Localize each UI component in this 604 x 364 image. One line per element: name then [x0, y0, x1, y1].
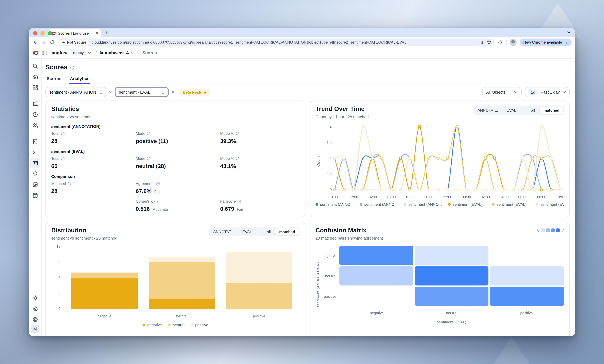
legend-item[interactable]: sentiment (ANNO... [404, 202, 442, 207]
langfuse-logo[interactable] [29, 50, 42, 56]
sidebar-item-evaluation[interactable] [30, 169, 40, 179]
help-icon[interactable] [236, 131, 239, 135]
legend-dot [404, 203, 407, 206]
toggle-eval[interactable]: EVAL · ... [239, 228, 262, 235]
score2-value: sentiment · EVAL [119, 90, 150, 94]
score2-select[interactable]: sentiment · EVAL [115, 87, 169, 97]
toggle-matched[interactable]: matched [276, 228, 299, 235]
confusion-cell[interactable] [415, 266, 489, 285]
legend-item[interactable]: sentiment (ANNO... [315, 202, 353, 207]
forward-icon[interactable] [41, 39, 46, 45]
confusion-cell[interactable] [490, 246, 564, 265]
sidebar-item-datasets[interactable] [30, 190, 40, 201]
help-icon[interactable] [154, 199, 158, 203]
sidebar-item-playground[interactable] [30, 147, 40, 157]
legend-item[interactable]: sentiment (ANNO... [360, 202, 398, 207]
remove-score1-button[interactable]: ✕ [106, 90, 115, 94]
confusion-panel: Confusion Matrix 28 matched pairs showin… [310, 222, 570, 336]
sidebar-item-settings[interactable] [30, 304, 40, 314]
tab-analytics[interactable]: Analytics [70, 75, 90, 84]
bookmark-star-icon[interactable] [487, 40, 492, 45]
browser-tabstrip: Scores | Langfuse ✕ + [29, 28, 575, 37]
new-tab-button[interactable]: + [105, 29, 108, 36]
sidebar-item-search[interactable] [30, 61, 40, 71]
legend-item[interactable]: sentiment (EVAL)... [492, 202, 530, 207]
svg-text:0: 0 [59, 307, 61, 311]
sidebar-item-upgrade[interactable] [30, 293, 40, 303]
browser-menu-icon[interactable]: ⋮ [564, 40, 568, 44]
help-icon[interactable] [147, 157, 151, 161]
address-bar[interactable]: Not Secure cloud.langfuse.com/project/cm… [58, 38, 495, 46]
info-icon[interactable] [70, 65, 75, 70]
sidebar-item-users[interactable] [30, 120, 40, 130]
sidebar-item-home[interactable] [30, 72, 40, 82]
help-icon[interactable] [156, 182, 160, 186]
project-name[interactable]: launchweek-4 [100, 50, 129, 55]
legend-dot [168, 324, 171, 326]
zoom-window-button[interactable] [48, 31, 52, 35]
confusion-cell[interactable] [490, 266, 564, 285]
toggle-all[interactable]: all [263, 228, 275, 235]
org-name[interactable]: langfuse [50, 50, 69, 55]
toggle-all[interactable]: all [527, 107, 539, 113]
minimize-window-button[interactable] [40, 31, 45, 35]
tab-overflow-chevron-icon[interactable] [566, 29, 572, 35]
help-icon[interactable] [237, 199, 241, 203]
date-range-select[interactable]: 1d Past 1 day [525, 87, 570, 97]
object-type-select[interactable]: All Objects [482, 87, 522, 97]
help-icon[interactable] [61, 157, 65, 161]
legend-item[interactable]: sentiment (EVAL)... [448, 202, 486, 207]
legend-item[interactable]: sentiment (EVAL)... [536, 202, 564, 207]
org-switcher-chevron-icon[interactable] [88, 51, 91, 55]
confusion-cell[interactable] [415, 287, 489, 306]
svg-text:10:00: 10:00 [556, 195, 563, 199]
sidebar-item-dashboards[interactable] [30, 82, 40, 92]
help-icon[interactable] [61, 131, 65, 135]
close-tab-icon[interactable]: ✕ [96, 31, 99, 35]
close-window-button[interactable] [33, 31, 38, 35]
sidebar-toggle-icon[interactable] [41, 50, 47, 56]
trend-title: Trend Over Time [315, 106, 369, 113]
back-icon[interactable] [32, 39, 38, 45]
sidebar-item-prompts[interactable] [30, 136, 40, 146]
account-avatar[interactable]: M [31, 325, 39, 333]
sidebar-item-scores[interactable] [30, 158, 40, 168]
zoom-page-icon[interactable] [479, 40, 484, 45]
legend-dot [191, 324, 193, 326]
reload-icon[interactable] [49, 39, 55, 45]
profile-avatar[interactable] [510, 39, 517, 46]
remove-score2-button[interactable]: ✕ [169, 90, 177, 94]
confusion-cell[interactable] [340, 266, 413, 285]
main-content: Scores Scores Analytics sentiment · ANNO… [41, 59, 575, 336]
score1-select[interactable]: sentiment · ANNOTATION [45, 87, 106, 97]
help-icon[interactable] [147, 131, 151, 135]
confusion-cell[interactable] [340, 287, 413, 306]
f1-value: 0.679Fair [220, 206, 300, 212]
toggle-annotation[interactable]: ANNOTAT... [209, 228, 238, 235]
sidebar-item-tracing[interactable] [30, 99, 40, 109]
sidebar-item-sessions[interactable] [30, 110, 40, 120]
legend-item[interactable]: neutral [168, 323, 184, 327]
chrome-update-button[interactable]: New Chrome available ⋮ [520, 38, 572, 46]
toggle-matched[interactable]: matched [540, 107, 563, 113]
legend-dot [143, 324, 145, 326]
confusion-cell[interactable] [490, 287, 564, 306]
legend-item[interactable]: positive [191, 323, 208, 327]
extensions-icon[interactable] [498, 39, 503, 45]
help-icon[interactable] [67, 182, 71, 186]
sidebar-item-support[interactable] [30, 314, 40, 324]
sidebar-item-annotation-queues[interactable] [30, 179, 40, 189]
confusion-cell[interactable] [415, 246, 489, 265]
toggle-annotation[interactable]: ANNOTAT... [474, 107, 502, 113]
not-secure-chip[interactable]: Not Secure [59, 39, 89, 45]
distribution-chart[interactable]: 036912negativeneutralpositive [51, 243, 301, 320]
confusion-cell[interactable] [340, 246, 413, 265]
trend-chart[interactable]: 00.511.5210:0012:0014:0016:0018:0020:002… [321, 122, 563, 201]
eval-mode-pct-value: 43.1% [220, 163, 300, 169]
legend-item[interactable]: negative [143, 323, 162, 327]
browser-tab[interactable]: Scores | Langfuse ✕ [48, 29, 101, 37]
tab-scores[interactable]: Scores [46, 75, 62, 84]
toggle-eval[interactable]: EVAL · ... [503, 107, 527, 113]
project-switcher-chevron-icon[interactable] [130, 51, 134, 55]
help-icon[interactable] [236, 157, 239, 161]
